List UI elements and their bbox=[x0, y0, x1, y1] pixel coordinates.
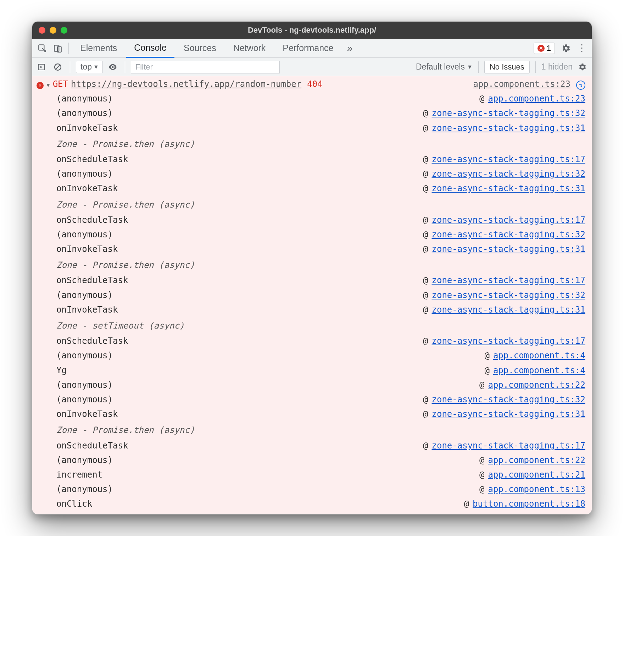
frame-source-link[interactable]: zone-async-stack-tagging.ts:17 bbox=[432, 335, 585, 348]
error-count-badge[interactable]: ✕ 1 bbox=[534, 43, 555, 54]
disclosure-triangle-icon[interactable]: ▼ bbox=[46, 81, 50, 90]
frame-source-link[interactable]: app.component.ts:4 bbox=[493, 349, 585, 362]
at-symbol: @ bbox=[420, 274, 428, 287]
divider bbox=[70, 61, 70, 73]
ignore-list-icon[interactable]: ⇅ bbox=[576, 81, 585, 90]
error-count: 1 bbox=[547, 44, 551, 53]
frame-function: onInvokeTask bbox=[56, 243, 416, 256]
divider bbox=[535, 61, 536, 73]
frame-function: onInvokeTask bbox=[56, 182, 416, 195]
chevron-down-icon: ▼ bbox=[467, 64, 473, 70]
clear-console-icon[interactable] bbox=[51, 61, 64, 73]
frame-source-link[interactable]: zone-async-stack-tagging.ts:17 bbox=[432, 214, 585, 227]
stack-frame: (anonymous)@zone-async-stack-tagging.ts:… bbox=[56, 288, 585, 303]
log-levels-selector[interactable]: Default levels ▼ bbox=[416, 62, 473, 72]
zoom-window-icon[interactable] bbox=[61, 27, 67, 34]
frame-source-link[interactable]: zone-async-stack-tagging.ts:31 bbox=[432, 303, 585, 316]
frame-source-link[interactable]: zone-async-stack-tagging.ts:31 bbox=[432, 182, 585, 195]
inspect-element-icon[interactable] bbox=[35, 41, 49, 55]
more-tabs-icon[interactable]: » bbox=[342, 41, 357, 55]
context-selector[interactable]: top ▼ bbox=[76, 61, 103, 73]
stack-frame: increment@app.component.ts:21 bbox=[56, 468, 585, 482]
issues-button[interactable]: No Issues bbox=[484, 61, 530, 73]
frame-source-link[interactable]: zone-async-stack-tagging.ts:32 bbox=[432, 289, 585, 302]
frame-function: (anonymous) bbox=[56, 454, 472, 467]
close-window-icon[interactable] bbox=[39, 27, 45, 34]
stack-trace: (anonymous)@app.component.ts:23(anonymou… bbox=[32, 92, 592, 511]
frame-source-link[interactable]: zone-async-stack-tagging.ts:17 bbox=[432, 153, 585, 166]
frame-function: onInvokeTask bbox=[56, 408, 416, 421]
tab-network[interactable]: Network bbox=[225, 39, 274, 58]
frame-function: onScheduleTask bbox=[56, 153, 416, 166]
live-expression-icon[interactable] bbox=[106, 61, 119, 73]
stack-frame: onScheduleTask@zone-async-stack-tagging.… bbox=[56, 439, 585, 453]
at-symbol: @ bbox=[420, 214, 428, 227]
context-label: top bbox=[80, 62, 92, 72]
frame-source-link[interactable]: zone-async-stack-tagging.ts:31 bbox=[432, 408, 585, 421]
traffic-lights bbox=[39, 27, 67, 34]
stack-frame: onInvokeTask@zone-async-stack-tagging.ts… bbox=[56, 407, 585, 422]
tab-console[interactable]: Console bbox=[126, 39, 174, 58]
console-error-entry[interactable]: ✕ ▼ GET https://ng-devtools.netlify.app/… bbox=[32, 76, 592, 92]
at-symbol: @ bbox=[481, 349, 490, 362]
frame-function: (anonymous) bbox=[56, 107, 416, 120]
stack-frame: onClick@button.component.ts:18 bbox=[56, 497, 585, 511]
panel-tabstrip: Elements Console Sources Network Perform… bbox=[32, 39, 592, 58]
console-toolbar: top ▼ Default levels ▼ No Issues 1 hidde… bbox=[32, 58, 592, 76]
at-symbol: @ bbox=[420, 153, 428, 166]
frame-source-link[interactable]: app.component.ts:22 bbox=[488, 379, 585, 392]
tab-elements[interactable]: Elements bbox=[72, 39, 125, 58]
frame-function: (anonymous) bbox=[56, 92, 472, 105]
async-boundary-label: Zone - Promise.then (async) bbox=[56, 136, 585, 152]
filter-input[interactable] bbox=[131, 61, 280, 73]
frame-function: (anonymous) bbox=[56, 379, 472, 392]
chevron-down-icon: ▼ bbox=[93, 64, 99, 70]
frame-function: onScheduleTask bbox=[56, 214, 416, 227]
source-link[interactable]: app.component.ts:23 bbox=[473, 78, 570, 91]
window-title: DevTools - ng-devtools.netlify.app/ bbox=[32, 26, 592, 35]
frame-source-link[interactable]: zone-async-stack-tagging.ts:32 bbox=[432, 228, 585, 241]
console-output: ✕ ▼ GET https://ng-devtools.netlify.app/… bbox=[32, 76, 592, 514]
frame-source-link[interactable]: app.component.ts:23 bbox=[488, 92, 585, 105]
frame-function: increment bbox=[56, 468, 472, 481]
at-symbol: @ bbox=[461, 497, 469, 511]
frame-source-link[interactable]: button.component.ts:18 bbox=[473, 497, 585, 511]
frame-source-link[interactable]: zone-async-stack-tagging.ts:31 bbox=[432, 122, 585, 135]
frame-source-link[interactable]: zone-async-stack-tagging.ts:32 bbox=[432, 167, 585, 181]
frame-source-link[interactable]: app.component.ts:4 bbox=[493, 364, 585, 377]
tab-sources[interactable]: Sources bbox=[176, 39, 224, 58]
frame-function: Yg bbox=[56, 364, 478, 377]
kebab-menu-icon[interactable]: ⋮ bbox=[575, 41, 589, 55]
frame-source-link[interactable]: zone-async-stack-tagging.ts:32 bbox=[432, 107, 585, 120]
frame-source-link[interactable]: zone-async-stack-tagging.ts:17 bbox=[432, 274, 585, 287]
at-symbol: @ bbox=[420, 408, 428, 421]
device-toolbar-icon[interactable] bbox=[51, 41, 65, 55]
console-settings-icon[interactable] bbox=[576, 61, 589, 73]
stack-frame: onScheduleTask@zone-async-stack-tagging.… bbox=[56, 213, 585, 227]
stack-frame: (anonymous)@zone-async-stack-tagging.ts:… bbox=[56, 392, 585, 407]
titlebar: DevTools - ng-devtools.netlify.app/ bbox=[32, 22, 592, 39]
async-boundary-label: Zone - setTimeout (async) bbox=[56, 317, 585, 334]
stack-frame: onScheduleTask@zone-async-stack-tagging.… bbox=[56, 152, 585, 167]
request-url[interactable]: https://ng-devtools.netlify.app/random-n… bbox=[71, 78, 301, 91]
tab-performance[interactable]: Performance bbox=[275, 39, 341, 58]
at-symbol: @ bbox=[420, 289, 428, 302]
stack-frame: onScheduleTask@zone-async-stack-tagging.… bbox=[56, 334, 585, 348]
at-symbol: @ bbox=[476, 454, 484, 467]
settings-icon[interactable] bbox=[559, 41, 573, 55]
frame-function: onInvokeTask bbox=[56, 122, 416, 135]
async-boundary-label: Zone - Promise.then (async) bbox=[56, 422, 585, 438]
frame-source-link[interactable]: zone-async-stack-tagging.ts:17 bbox=[432, 439, 585, 452]
status-code: 404 bbox=[307, 78, 322, 91]
frame-source-link[interactable]: app.component.ts:13 bbox=[488, 483, 585, 496]
at-symbol: @ bbox=[420, 228, 428, 241]
frame-source-link[interactable]: zone-async-stack-tagging.ts:31 bbox=[432, 243, 585, 256]
frame-source-link[interactable]: app.component.ts:21 bbox=[488, 468, 585, 481]
stack-frame: (anonymous)@zone-async-stack-tagging.ts:… bbox=[56, 106, 585, 121]
frame-source-link[interactable]: zone-async-stack-tagging.ts:32 bbox=[432, 393, 585, 406]
frame-function: (anonymous) bbox=[56, 393, 416, 406]
minimize-window-icon[interactable] bbox=[50, 27, 56, 34]
frame-source-link[interactable]: app.component.ts:22 bbox=[488, 454, 585, 467]
sidebar-toggle-icon[interactable] bbox=[35, 61, 48, 73]
stack-frame: (anonymous)@zone-async-stack-tagging.ts:… bbox=[56, 167, 585, 181]
